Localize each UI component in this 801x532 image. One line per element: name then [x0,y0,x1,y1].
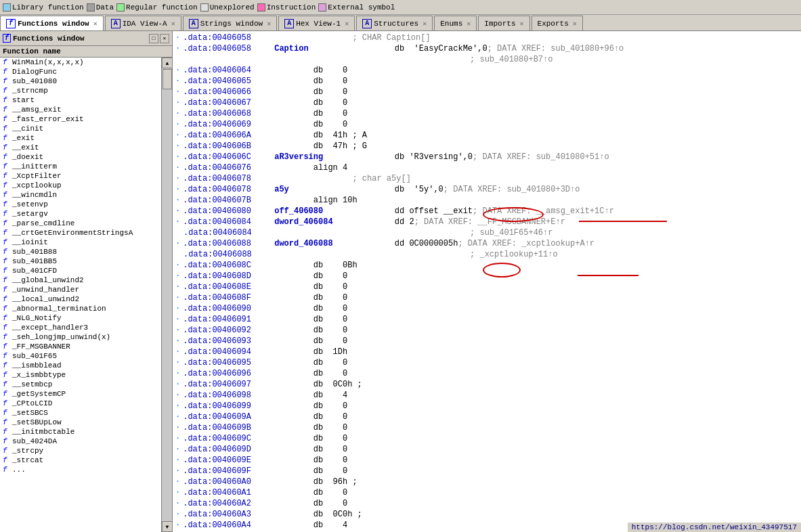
list-item[interactable]: fsub_401B88 [0,247,161,257]
disasm-code: db 0 [274,303,347,314]
disasm-code: db 0 [274,487,347,498]
tab-ida-close[interactable]: ✕ [171,20,175,28]
tab-imports-close[interactable]: ✕ [520,20,524,28]
disasm-addr: .data:00406091 [183,314,274,325]
list-item[interactable]: f... [0,465,161,474]
tab-functions-close[interactable]: ✕ [93,20,98,28]
dot-marker: · [175,43,180,54]
list-item[interactable]: f__initterm [0,162,161,171]
list-item[interactable]: f__initmbctable [0,427,161,437]
tab-structures[interactable]: A Structures ✕ [356,16,433,30]
disasm-row: ·.data:00406069 db 0 [173,119,801,130]
tab-ida-view[interactable]: A IDA View-A ✕ [105,16,181,30]
list-item[interactable]: f_exit [0,133,161,143]
dot-marker: · [175,487,180,498]
list-item[interactable]: f__ioinit [0,238,161,247]
list-item[interactable]: fsub_401CFD [0,266,161,275]
list-item[interactable]: f_NLG_Notify [0,313,161,323]
list-item[interactable]: f_FF_MSGBANNER [0,342,161,351]
func-icon: f [3,437,9,445]
func-name: WinMain(x,x,x,x) [12,58,84,66]
disasm-row: ·.data:0040608C db 0Bh [173,260,801,271]
list-item[interactable]: f_setSBUpLow [0,418,161,427]
disasm-addr: .data:00406065 [183,76,274,87]
tab-exports[interactable]: Exports ✕ [532,16,583,30]
func-name: _strcat [12,456,43,464]
list-item[interactable]: f_strcat [0,456,161,465]
panel-scrollbar[interactable]: ▲ ▼ [161,58,172,532]
list-item[interactable]: f_XcptFilter [0,171,161,181]
list-item[interactable]: f__except_handler3 [0,323,161,332]
func-name: _strncmp [12,87,48,95]
list-item[interactable]: f_seh_longjmp_unwind(x) [0,332,161,342]
list-item[interactable]: f__crtGetEnvironmentStringsA [0,228,161,238]
list-item[interactable]: f_setSBCS [0,408,161,418]
legend-external-color [318,3,326,12]
disasm-addr: .data:00406093 [183,336,274,347]
disasm-addr: .data:00406097 [183,379,274,390]
list-item[interactable]: f_abnormal_termination [0,304,161,313]
func-icon: f [3,125,9,133]
disasm-code [274,32,352,43]
disasm-panel[interactable]: ·.data:00406058 ; CHAR Caption[]·.data:0… [173,31,801,532]
list-item[interactable]: f_CPtoLCID [0,399,161,408]
disasm-code: db 0 [274,455,347,466]
list-item[interactable]: f__global_unwind2 [0,275,161,285]
tab-structures-close[interactable]: ✕ [423,20,427,28]
list-item[interactable]: f__setmbcp [0,380,161,389]
list-item[interactable]: f__cinit [0,124,161,133]
tab-functions[interactable]: f Functions window ✕ [0,16,104,30]
tab-enums-close[interactable]: ✕ [467,20,471,28]
list-item[interactable]: f_strcpy [0,446,161,456]
list-item[interactable]: f_xcptlookup [0,181,161,190]
tab-strings[interactable]: A Strings window ✕ [183,16,277,30]
list-item[interactable]: fsub_4024DA [0,437,161,446]
func-name: __crtGetEnvironmentStringsA [12,229,133,237]
tab-enums[interactable]: Enums ✕ [434,16,477,30]
func-name: __setmbcp [12,380,52,389]
dot-marker: · [175,195,180,206]
tab-hex-close[interactable]: ✕ [345,20,349,28]
scroll-thumb[interactable] [163,69,172,89]
list-item[interactable]: f_strncmp [0,86,161,95]
functions-list[interactable]: fWinMain(x,x,x,x)fDialogFuncfsub_401080f… [0,58,161,532]
list-item[interactable]: f_getSystemCP [0,389,161,399]
col-header: Function name [0,46,172,58]
list-item[interactable]: f__wincmdln [0,190,161,200]
tab-hex[interactable]: A Hex View-1 ✕ [278,16,355,30]
tab-exports-close[interactable]: ✕ [573,20,577,28]
list-item[interactable]: fDialogFunc [0,67,161,76]
scroll-down-button[interactable]: ▼ [162,521,172,532]
list-item[interactable]: f__ismbblead [0,361,161,370]
scroll-up-button[interactable]: ▲ [162,58,172,68]
disasm-code: db 0 [274,97,347,108]
list-item[interactable]: f_setargv [0,209,161,219]
panel-restore-button[interactable]: □ [149,34,158,43]
disasm-row: ·.data:00406058Caption db 'EasyCrackMe',… [173,43,801,54]
func-name: __wincmdln [12,191,57,199]
list-item[interactable]: f_doexit [0,152,161,162]
scroll-track[interactable] [162,68,172,521]
list-item[interactable]: f__local_unwind2 [0,294,161,304]
panel-close-button[interactable]: ✕ [160,34,169,43]
list-item[interactable]: f__amsg_exit [0,105,161,114]
list-item[interactable]: f__exit [0,143,161,152]
list-item[interactable]: f_unwind_handler [0,285,161,294]
list-item[interactable]: f_setenvp [0,200,161,209]
disasm-addr-empty [183,54,275,65]
list-item[interactable]: fWinMain(x,x,x,x) [0,58,161,67]
tab-imports[interactable]: Imports ✕ [478,16,529,30]
list-item[interactable]: fsub_401F65 [0,351,161,361]
list-item[interactable]: fstart [0,95,161,105]
func-name: _setargv [12,210,48,218]
list-item[interactable]: f_x_ismbbtype [0,370,161,380]
tab-strings-close[interactable]: ✕ [267,20,271,28]
list-item[interactable]: fsub_401080 [0,76,161,86]
func-name: _parse_cmdline [12,219,74,227]
func-icon: f [3,200,9,208]
disasm-row: ·.data:004060A1 db 0 [173,487,801,498]
list-item[interactable]: fsub_401BB5 [0,257,161,266]
list-item[interactable]: f_parse_cmdline [0,219,161,228]
list-item[interactable]: f_fast_error_exit [0,114,161,124]
disasm-row: ·.data:0040606A db 41h ; A [173,130,801,141]
